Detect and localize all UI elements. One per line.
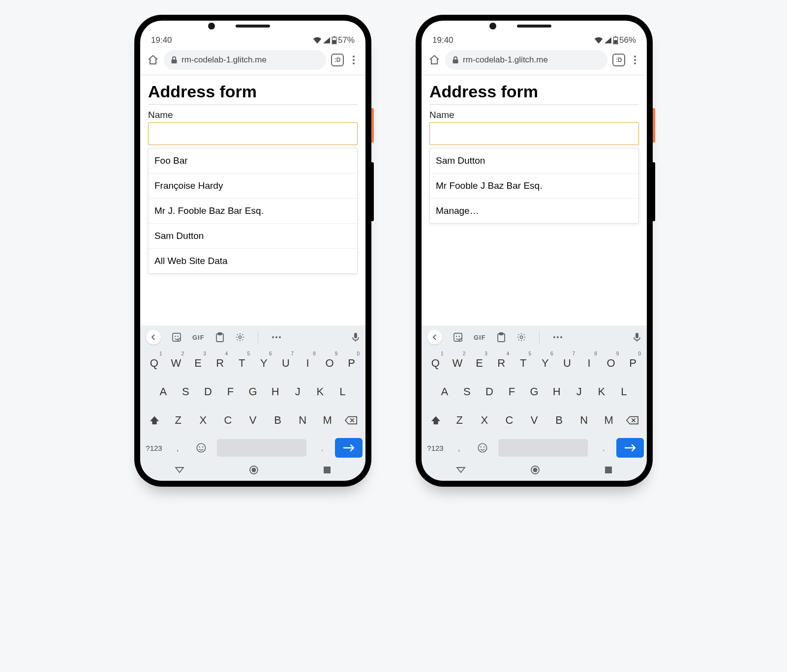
key-u[interactable]: 7U — [556, 350, 578, 377]
key-g[interactable]: G — [242, 379, 264, 405]
key-f[interactable]: F — [219, 379, 242, 405]
key-d[interactable]: D — [197, 379, 219, 405]
mic-icon[interactable] — [633, 332, 641, 342]
key-k[interactable]: K — [309, 379, 332, 405]
key-p[interactable]: 0P — [340, 350, 363, 377]
period-key[interactable]: . — [593, 437, 614, 459]
period-key[interactable]: . — [311, 437, 333, 459]
settings-icon[interactable] — [235, 332, 245, 342]
key-l[interactable]: L — [332, 379, 354, 405]
key-j[interactable]: J — [568, 379, 590, 405]
key-z[interactable]: Z — [447, 407, 472, 434]
nav-back-icon[interactable] — [175, 467, 184, 473]
key-m[interactable]: M — [596, 407, 621, 434]
nav-home-icon[interactable] — [249, 465, 259, 475]
key-q[interactable]: 1Q — [143, 350, 165, 377]
key-y[interactable]: 6Y — [253, 350, 275, 377]
key-v[interactable]: V — [522, 407, 547, 434]
key-a[interactable]: A — [152, 379, 175, 405]
key-y[interactable]: 6Y — [534, 350, 556, 377]
key-s[interactable]: S — [175, 379, 197, 405]
suggestion-item[interactable]: Françoise Hardy — [149, 173, 357, 198]
comma-key[interactable]: , — [448, 437, 470, 459]
home-icon[interactable] — [147, 54, 159, 66]
suggestion-item[interactable]: All Web Site Data — [149, 248, 357, 273]
emoji-key[interactable] — [190, 437, 212, 459]
key-e[interactable]: 3E — [468, 350, 490, 377]
key-t[interactable]: 5T — [512, 350, 534, 377]
suggestion-item[interactable]: Manage… — [430, 198, 638, 223]
key-k[interactable]: K — [590, 379, 613, 405]
power-button[interactable] — [653, 108, 655, 143]
space-key[interactable] — [217, 439, 306, 457]
name-input[interactable] — [148, 122, 358, 145]
name-input[interactable] — [429, 122, 639, 145]
menu-icon[interactable] — [630, 55, 640, 65]
key-q[interactable]: 1Q — [424, 350, 447, 377]
shift-key[interactable] — [143, 415, 166, 426]
sticker-icon[interactable] — [172, 332, 182, 342]
key-a[interactable]: A — [433, 379, 456, 405]
enter-key[interactable] — [616, 438, 644, 458]
more-icon[interactable] — [271, 335, 282, 339]
symbols-key[interactable]: ?123 — [424, 437, 446, 459]
key-b[interactable]: B — [265, 407, 290, 434]
enter-key[interactable] — [335, 438, 363, 458]
key-n[interactable]: N — [572, 407, 597, 434]
comma-key[interactable]: , — [167, 437, 188, 459]
key-x[interactable]: X — [191, 407, 216, 434]
power-button[interactable] — [371, 108, 374, 143]
omnibox[interactable]: rm-codelab-1.glitch.me — [445, 50, 607, 70]
volume-button[interactable] — [653, 162, 655, 221]
key-h[interactable]: H — [264, 379, 287, 405]
key-m[interactable]: M — [315, 407, 340, 434]
kb-collapse-icon[interactable] — [427, 330, 442, 345]
gif-icon[interactable]: GIF — [474, 334, 486, 341]
nav-recent-icon[interactable] — [323, 466, 331, 474]
key-u[interactable]: 7U — [275, 350, 297, 377]
key-s[interactable]: S — [456, 379, 479, 405]
menu-icon[interactable] — [349, 55, 359, 65]
key-c[interactable]: C — [215, 407, 241, 434]
key-w[interactable]: 2W — [165, 350, 187, 377]
key-f[interactable]: F — [501, 379, 523, 405]
omnibox[interactable]: rm-codelab-1.glitch.me — [164, 50, 326, 70]
symbols-key[interactable]: ?123 — [143, 437, 165, 459]
volume-button[interactable] — [371, 162, 374, 221]
key-i[interactable]: 8I — [297, 350, 319, 377]
suggestion-item[interactable]: Sam Dutton — [430, 148, 638, 173]
emoji-key[interactable] — [472, 437, 493, 459]
shift-key[interactable] — [424, 415, 447, 426]
key-r[interactable]: 4R — [209, 350, 231, 377]
key-c[interactable]: C — [497, 407, 522, 434]
suggestion-item[interactable]: Mr Fooble J Baz Bar Esq. — [430, 173, 638, 198]
settings-icon[interactable] — [516, 332, 526, 342]
nav-back-icon[interactable] — [456, 467, 466, 473]
key-v[interactable]: V — [241, 407, 266, 434]
key-x[interactable]: X — [472, 407, 497, 434]
key-b[interactable]: B — [546, 407, 572, 434]
key-w[interactable]: 2W — [447, 350, 469, 377]
key-i[interactable]: 8I — [578, 350, 600, 377]
key-h[interactable]: H — [545, 379, 568, 405]
key-t[interactable]: 5T — [231, 350, 253, 377]
clipboard-icon[interactable] — [497, 332, 506, 342]
nav-home-icon[interactable] — [530, 465, 540, 475]
clipboard-icon[interactable] — [215, 332, 224, 342]
key-j[interactable]: J — [286, 379, 309, 405]
key-e[interactable]: 3E — [187, 350, 209, 377]
suggestion-item[interactable]: Mr J. Fooble Baz Bar Esq. — [149, 198, 357, 223]
suggestion-item[interactable]: Sam Dutton — [149, 223, 357, 248]
key-r[interactable]: 4R — [490, 350, 513, 377]
key-g[interactable]: G — [523, 379, 545, 405]
tab-switcher[interactable]: :D — [612, 54, 625, 66]
backspace-key[interactable] — [340, 415, 363, 425]
key-l[interactable]: L — [613, 379, 636, 405]
home-icon[interactable] — [428, 54, 440, 66]
nav-recent-icon[interactable] — [605, 466, 612, 474]
key-n[interactable]: N — [290, 407, 315, 434]
key-o[interactable]: 9O — [319, 350, 341, 377]
more-icon[interactable] — [552, 335, 563, 339]
suggestion-item[interactable]: Foo Bar — [149, 148, 357, 173]
key-d[interactable]: D — [478, 379, 501, 405]
